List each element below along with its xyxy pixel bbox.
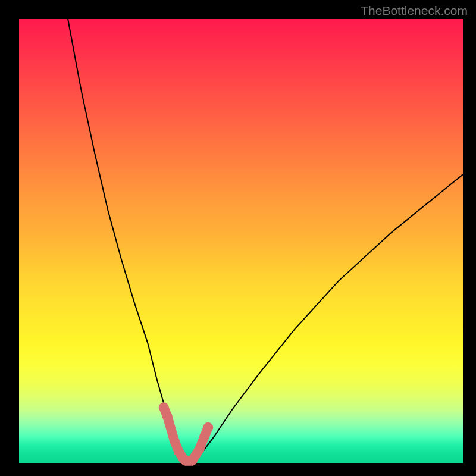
marker-dot (162, 412, 172, 421)
marker-dot (203, 422, 213, 432)
marker-dot (195, 445, 204, 455)
watermark-text: TheBottleneck.com (361, 4, 468, 18)
chart-svg (19, 19, 463, 463)
chart-frame: TheBottleneck.com (0, 0, 476, 476)
marker-dot (187, 456, 197, 465)
marker-dot (170, 436, 179, 446)
plot-area (19, 19, 463, 463)
marker-group (159, 403, 213, 466)
marker-dot (159, 403, 168, 412)
marker-dot (200, 431, 209, 441)
curve-right (192, 174, 463, 463)
curve-left (68, 19, 186, 463)
